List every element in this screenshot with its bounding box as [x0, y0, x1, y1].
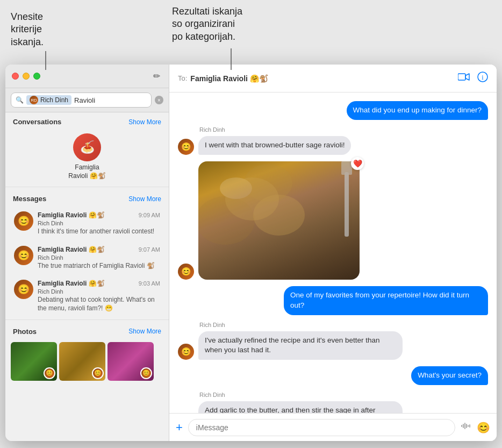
svg-rect-10 [469, 424, 470, 428]
search-token-avatar: RD [30, 96, 38, 104]
msg-preview-3: Debating what to cook tonight. What's on… [38, 296, 160, 312]
chat-input-bar: + 😊 [169, 413, 497, 441]
msg-content-3: Famiglia Ravioli 🤗🐒 9:03 AM Rich Dinh De… [38, 280, 160, 312]
conversations-section-header: Conversations Show More [5, 112, 169, 129]
annotation-left: Vnesitekriterijeiskanja. [11, 11, 75, 48]
compose-button[interactable]: ✏ [151, 69, 162, 83]
audio-waveform-icon [461, 421, 471, 431]
image-message-wrapper: ❤️ [198, 161, 360, 280]
conversations-title: Conversations [13, 118, 61, 126]
reaction-badge: ❤️ [351, 157, 364, 170]
search-token-rich-dinh[interactable]: RD Rich Dinh [26, 95, 71, 105]
photos-section-header: Photos Show More [5, 322, 169, 339]
photo-sender-badge-3: 😊 [140, 367, 152, 379]
sidebar-content: Conversations Show More 🍝 FamigliaRaviol… [5, 112, 169, 441]
sender-name-7: Rich Dinh [178, 392, 225, 398]
svg-rect-8 [466, 424, 467, 428]
annotation-right: Rezultati iskanjaso organiziranipo kateg… [172, 5, 279, 43]
ravioli-food-image [198, 161, 360, 280]
msg-group-name-3: Famiglia Ravioli 🤗🐒 [38, 280, 105, 287]
chat-header-name: Famiglia Ravioli [190, 74, 248, 83]
msg-from-1: Rich Dinh [38, 220, 160, 226]
bubble-6: What's your secret? [411, 366, 488, 385]
chat-message-4: One of my favorites from your repertoire… [178, 286, 488, 315]
chat-audio-button[interactable] [461, 421, 471, 434]
message-item-3[interactable]: 😊 Famiglia Ravioli 🤗🐒 9:03 AM Rich Dinh … [9, 275, 166, 317]
chat-avatar-2: 😊 [178, 139, 194, 155]
message-item-2[interactable]: 😊 Famiglia Ravioli 🤗🐒 9:07 AM Rich Dinh … [9, 241, 166, 275]
conversation-name: FamigliaRavioli 🤗🐒 [68, 163, 105, 180]
photo-thumb-3[interactable]: 😊 [107, 342, 154, 381]
svg-rect-7 [464, 423, 465, 429]
msg-avatar-2: 😊 [14, 246, 33, 265]
msg-preview-2: The true matriarch of Famiglia Ravioli 🐒 [38, 262, 160, 271]
conversation-avatar: 🍝 [73, 133, 101, 161]
sender-name-5: Rich Dinh [178, 322, 225, 328]
svg-rect-5 [461, 425, 462, 427]
chat-avatar-5: 😊 [178, 344, 194, 360]
main-window: ✏ 🔍 RD Rich Dinh Ravioli × Conversations… [5, 65, 497, 441]
search-icon: 🔍 [16, 96, 24, 104]
svg-text:i: i [482, 74, 484, 81]
chat-message-5: Rich Dinh 😊 I've actually refined the re… [178, 322, 488, 360]
msg-avatar-1: 😊 [14, 211, 33, 231]
chat-messages-area: What did you end up making for dinner? R… [169, 93, 497, 413]
section-divider-1 [5, 187, 169, 187]
chat-emoji-button[interactable]: 😊 [477, 421, 490, 434]
bubble-5: I've actually refined the recipe and it'… [198, 331, 403, 360]
photos-grid: 😊 😊 😊 [5, 339, 169, 384]
minimize-button[interactable] [23, 73, 30, 80]
photos-show-more-button[interactable]: Show More [128, 328, 161, 335]
sender-name-2: Rich Dinh [178, 126, 225, 133]
chat-header-icons: i [458, 72, 488, 85]
msg-time-1: 9:09 AM [139, 212, 160, 218]
chat-message-7: Rich Dinh 😊 Add garlic to the butter, an… [178, 392, 488, 413]
chat-message-3: 😊 ❤️ [178, 161, 488, 280]
sidebar: ✏ 🔍 RD Rich Dinh Ravioli × Conversations… [5, 65, 169, 441]
bubble-4: One of my favorites from your repertoire… [284, 286, 488, 315]
maximize-button[interactable] [33, 73, 40, 80]
chat-avatar-3: 😊 [178, 264, 194, 280]
bubble-7: Add garlic to the butter, and then stir … [198, 401, 403, 413]
msg-group-name-1: Famiglia Ravioli 🤗🐒 [38, 211, 105, 219]
info-button[interactable]: i [477, 72, 488, 85]
video-camera-icon [458, 73, 470, 81]
section-divider-2 [5, 319, 169, 320]
chat-header-to-label: To: [178, 74, 187, 82]
msg-group-name-2: Famiglia Ravioli 🤗🐒 [38, 246, 105, 253]
search-bar: 🔍 RD Rich Dinh Ravioli × [5, 88, 169, 112]
titlebar: ✏ [5, 65, 169, 88]
photo-sender-badge-2: 😊 [92, 367, 104, 379]
chat-input-field[interactable] [188, 419, 455, 436]
msg-content-2: Famiglia Ravioli 🤗🐒 9:07 AM Rich Dinh Th… [38, 246, 160, 271]
svg-rect-2 [458, 74, 465, 80]
messages-show-more-button[interactable]: Show More [128, 195, 161, 203]
conversation-item-famiglia[interactable]: 🍝 FamigliaRavioli 🤗🐒 [5, 129, 169, 184]
msg-content-1: Famiglia Ravioli 🤗🐒 9:09 AM Rich Dinh I … [38, 211, 160, 236]
photo-thumb-2[interactable]: 😊 [59, 342, 105, 381]
chat-message-6: What's your secret? [178, 366, 488, 385]
close-button[interactable] [12, 73, 19, 80]
chat-header-emoji: 🤗🐒 [250, 74, 268, 83]
svg-rect-6 [463, 424, 464, 428]
bubble-2: I went with that browned-butter sage rav… [198, 136, 351, 155]
search-input-wrapper[interactable]: 🔍 RD Rich Dinh Ravioli [11, 93, 152, 108]
bubble-1: What did you end up making for dinner? [347, 101, 488, 120]
messages-title: Messages [13, 195, 46, 203]
messages-section-header: Messages Show More [5, 189, 169, 206]
traffic-lights [12, 73, 40, 80]
search-clear-button[interactable]: × [155, 96, 163, 104]
msg-time-3: 9:03 AM [139, 280, 160, 287]
fork-decoration [345, 172, 349, 237]
photo-thumb-1[interactable]: 😊 [11, 342, 57, 381]
video-call-button[interactable] [458, 73, 470, 84]
message-item-1[interactable]: 😊 Famiglia Ravioli 🤗🐒 9:09 AM Rich Dinh … [9, 207, 166, 240]
conversations-show-more-button[interactable]: Show More [128, 118, 161, 126]
chat-header: To: Famiglia Ravioli 🤗🐒 i [169, 65, 497, 93]
msg-from-3: Rich Dinh [38, 288, 160, 295]
chat-add-button[interactable]: + [176, 421, 183, 435]
chat-message-1: What did you end up making for dinner? [178, 101, 488, 120]
photos-title: Photos [13, 328, 37, 336]
info-icon: i [477, 72, 488, 82]
msg-time-2: 9:07 AM [139, 246, 160, 253]
